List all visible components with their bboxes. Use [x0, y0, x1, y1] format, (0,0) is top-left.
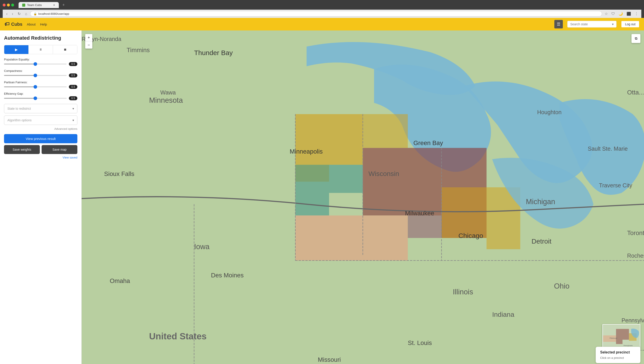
svg-text:Minnesota: Minnesota [149, 96, 183, 104]
map-container[interactable]: Thunder Bay Minnesota Sioux Falls Minnea… [82, 31, 644, 364]
view-saved-link[interactable]: View saved [4, 156, 77, 159]
view-previous-btn[interactable]: View previous result [4, 134, 77, 143]
nav-search-box[interactable]: ▾ [567, 21, 616, 28]
algorithm-dropdown[interactable]: Algorithm options ▾ [4, 115, 77, 125]
state-dropdown-label: State to redistrict [8, 107, 31, 110]
map-zoom-controls: + − [85, 34, 92, 49]
slider-value-3: 0.5 [69, 96, 77, 100]
state-dropdown-arrow-icon: ▾ [72, 107, 74, 110]
search-input[interactable] [570, 22, 611, 26]
logo-text: Cubs [11, 22, 22, 27]
app-container: 🏷 Cubs About Help ☰ ▾ Log out Automated … [0, 18, 644, 364]
slider-row-1: Compactness: 0.5 [4, 69, 77, 77]
browser-tab[interactable]: 🌿 Team Cubs ✕ [18, 2, 59, 8]
svg-text:Traverse City: Traverse City [599, 182, 632, 189]
nav-about-link[interactable]: About [27, 22, 36, 26]
home-btn[interactable]: ⌂ [24, 12, 28, 16]
zoom-out-btn[interactable]: − [85, 41, 92, 49]
new-tab-btn[interactable]: + [60, 2, 67, 8]
stop-icon: ⏹ [64, 48, 67, 51]
tab-close-btn[interactable]: ✕ [53, 4, 55, 7]
algorithm-dropdown-arrow-icon: ▾ [72, 118, 74, 122]
svg-text:Michigan: Michigan [526, 198, 555, 206]
browser-chrome: 🌿 Team Cubs ✕ + ‹ › ↻ ⌂ 🔒 localhost:8080… [0, 0, 644, 18]
svg-text:Iowa: Iowa [194, 242, 210, 251]
slider-value-0: 0.5 [69, 62, 77, 66]
svg-text:United States: United States [149, 331, 206, 341]
back-btn[interactable]: ‹ [5, 12, 9, 16]
slider-row-2: Partisan Fairness: 0.5 [4, 81, 77, 89]
svg-text:Milwaukee: Milwaukee [405, 210, 434, 217]
precinct-panel-hint: Click on a precinct [600, 356, 636, 359]
algorithm-dropdown-label: Algorithm options [8, 118, 32, 122]
dropdown-section: State to redistrict ▾ Algorithm options … [4, 104, 77, 130]
slider-label-3: Efficiency Gap: [4, 92, 77, 95]
pause-btn[interactable]: ⏸ [28, 45, 53, 54]
save-weights-btn[interactable]: Save weights [4, 145, 40, 154]
play-btn[interactable]: ▶ [4, 45, 28, 54]
svg-text:St. Louis: St. Louis [408, 339, 432, 346]
bottom-row-buttons: Save weights Save map [4, 145, 77, 154]
svg-text:Green Bay: Green Bay [414, 139, 443, 146]
window-controls [3, 4, 14, 7]
sliders-section: Population Equality: 0.5 Compactness: 0.… [4, 58, 77, 100]
svg-text:Thunder Bay: Thunder Bay [194, 49, 233, 56]
search-arrow-icon: ▾ [612, 22, 614, 26]
slider-input-2[interactable] [4, 86, 67, 87]
layers-btn[interactable]: ⧉ [632, 34, 640, 43]
nav-menu-btn[interactable]: ☰ [554, 20, 563, 29]
nav-logo: 🏷 Cubs [4, 21, 22, 27]
slider-control-0: 0.5 [4, 62, 77, 66]
nav-help-link[interactable]: Help [40, 22, 47, 26]
action-buttons: View previous result Save weights Save m… [4, 134, 77, 159]
slider-row-0: Population Equality: 0.5 [4, 58, 77, 66]
advanced-options-link[interactable]: Advanced options [4, 127, 77, 130]
slider-control-2: 0.5 [4, 85, 77, 89]
save-map-btn[interactable]: Save map [42, 145, 77, 154]
close-window-btn[interactable] [3, 4, 6, 7]
svg-text:Timmins: Timmins [126, 47, 150, 54]
reload-btn[interactable]: ↻ [16, 11, 22, 16]
svg-text:Sault Ste. Marie: Sault Ste. Marie [588, 145, 628, 152]
selected-precinct-panel: Selected precinct Click on a precinct [596, 347, 640, 363]
pause-icon: ⏸ [39, 48, 42, 51]
address-bar[interactable]: 🔒 localhost:8080/user/app [30, 11, 602, 17]
slider-label-2: Partisan Fairness: [4, 81, 77, 84]
precinct-panel-title: Selected precinct [600, 350, 636, 354]
svg-text:Indiana: Indiana [492, 311, 514, 318]
shield-btn[interactable]: 🛡 [610, 12, 616, 16]
settings-btn[interactable]: ⋮ [634, 11, 639, 16]
bookmark-btn[interactable]: ☆ [604, 11, 609, 16]
svg-text:Sioux Falls: Sioux Falls [104, 170, 134, 177]
svg-text:Rochester: Rochester [627, 253, 644, 259]
svg-text:Wawa: Wawa [160, 89, 176, 96]
slider-input-1[interactable] [4, 75, 67, 76]
tab-title: Team Cubs [27, 3, 42, 7]
slider-input-0[interactable] [4, 64, 67, 65]
slider-value-1: 0.5 [69, 73, 77, 77]
stop-btn[interactable]: ⏹ [53, 45, 77, 54]
mini-map: Pittsburgh Pennsylvania [602, 324, 640, 349]
slider-control-3: 0.5 [4, 96, 77, 100]
logout-btn[interactable]: Log out [621, 21, 640, 28]
tab-bar: 🌿 Team Cubs ✕ + [3, 2, 641, 8]
slider-input-3[interactable] [4, 98, 67, 99]
svg-text:Detroit: Detroit [532, 238, 552, 245]
forward-btn[interactable]: › [10, 12, 14, 16]
page-title: Automated Redistricting [4, 35, 77, 41]
svg-text:Pittsburgh: Pittsburgh [610, 337, 618, 339]
browser-actions: ☆ 🛡 🌙 ⬛ ⋮ [604, 11, 639, 16]
slider-label-0: Population Equality: [4, 58, 77, 61]
minimize-window-btn[interactable] [7, 4, 10, 7]
main-content: Automated Redistricting ▶ ⏸ ⏹ Population… [0, 31, 644, 364]
app-nav: 🏷 Cubs About Help ☰ ▾ Log out [0, 18, 644, 31]
maximize-window-btn[interactable] [11, 4, 14, 7]
state-dropdown[interactable]: State to redistrict ▾ [4, 104, 77, 113]
zoom-in-btn[interactable]: + [85, 34, 92, 41]
svg-text:Missouri: Missouri [318, 356, 341, 363]
night-mode-btn[interactable]: 🌙 [618, 11, 624, 16]
logo-icon: 🏷 [4, 21, 10, 27]
browser-toolbar: ‹ › ↻ ⌂ 🔒 localhost:8080/user/app ☆ 🛡 🌙 … [3, 10, 641, 18]
address-text: localhost:8080/user/app [38, 12, 69, 16]
extensions-btn[interactable]: ⬛ [626, 11, 632, 16]
